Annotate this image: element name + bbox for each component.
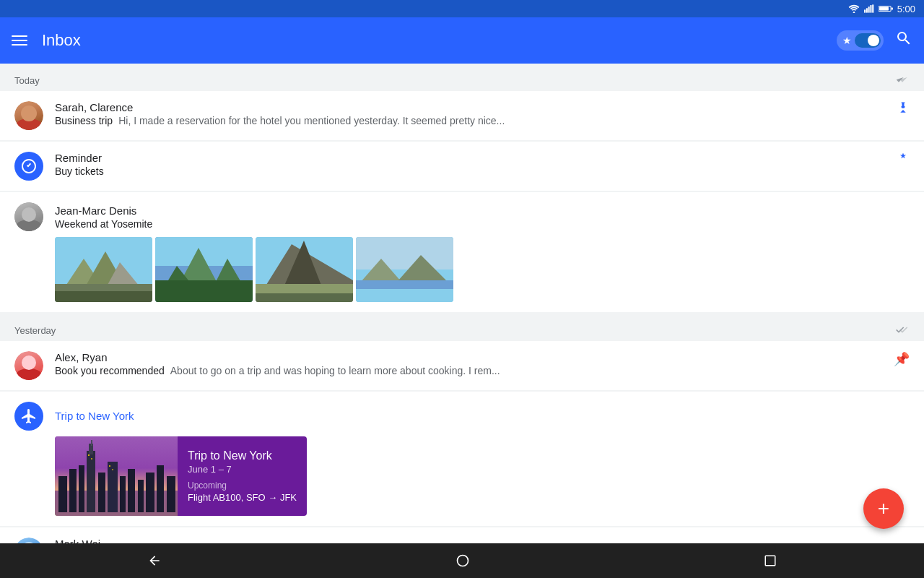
svg-rect-40 (98, 473, 105, 512)
svg-rect-45 (146, 473, 154, 512)
section-divider (0, 314, 924, 319)
svg-point-0 (853, 12, 855, 13)
email-sender-reminder: Reminder (55, 152, 891, 164)
compose-fab[interactable]: + (863, 488, 904, 529)
email-subject-sarah: Business trip (55, 115, 113, 126)
svg-rect-31 (356, 289, 453, 302)
email-subject-jean: Weekend at Yosemite (55, 218, 152, 230)
section-yesterday-label: Yesterday (14, 325, 56, 336)
back-button[interactable] (147, 553, 162, 568)
svg-rect-7 (879, 7, 889, 11)
avatar-alex (14, 351, 43, 380)
pin-icon-sarah (897, 101, 910, 118)
trip-card-info: Trip to New York June 1 – 7 Upcoming Fli… (178, 436, 307, 516)
app-bar: Inbox ★ (0, 17, 924, 64)
avatar-trip (14, 402, 43, 431)
email-item-jean[interactable]: Jean-Marc Denis Weekend at Yosemite (0, 192, 924, 313)
trip-card-title: Trip to New York (188, 449, 297, 462)
email-item-reminder[interactable]: Reminder Buy tickets (0, 142, 924, 191)
status-bar: 5:00 (0, 0, 924, 17)
email-images-jean (55, 237, 453, 302)
bundle-toggle[interactable]: ★ (837, 30, 884, 51)
home-button[interactable] (456, 553, 470, 568)
email-sender-mark: Mark Wei (55, 538, 910, 543)
svg-rect-49 (91, 458, 92, 460)
yosemite-image-2 (155, 237, 253, 302)
hamburger-menu-icon[interactable] (12, 35, 27, 46)
yosemite-image-3 (256, 237, 353, 302)
select-all-today[interactable] (895, 76, 910, 86)
trip-card-image (55, 436, 178, 516)
svg-rect-48 (88, 454, 90, 456)
svg-rect-25 (256, 293, 353, 302)
svg-rect-14 (55, 291, 152, 302)
svg-rect-34 (58, 476, 67, 512)
svg-point-52 (457, 556, 468, 566)
svg-rect-2 (866, 8, 867, 12)
svg-rect-30 (356, 280, 453, 289)
email-sender-sarah: Sarah, Clarence (55, 101, 891, 113)
email-subject-alex: Book you recommended (55, 365, 165, 376)
svg-rect-4 (870, 5, 871, 13)
toggle-thumb (868, 35, 879, 46)
svg-rect-53 (766, 556, 776, 566)
svg-rect-42 (120, 476, 126, 512)
app-title: Inbox (42, 31, 822, 50)
search-icon[interactable] (895, 30, 912, 51)
recent-apps-button[interactable] (764, 554, 777, 567)
svg-rect-35 (69, 469, 77, 512)
svg-rect-43 (128, 469, 135, 512)
email-subject-row-sarah: Business trip Hi, I made a reservation f… (55, 115, 891, 126)
trip-card-upcoming: Upcoming (188, 480, 297, 491)
svg-rect-36 (79, 465, 84, 512)
email-sender-jean: Jean-Marc Denis (55, 204, 910, 217)
svg-rect-27 (356, 237, 453, 269)
email-item-sarah[interactable]: Sarah, Clarence Business trip Hi, I made… (0, 91, 924, 141)
battery-icon (879, 4, 893, 13)
trip-card: Trip to New York June 1 – 7 Upcoming Fli… (55, 436, 307, 516)
svg-rect-44 (138, 480, 144, 512)
pin-icon-reminder (897, 152, 910, 168)
email-item-trip[interactable]: Trip to New York (0, 392, 924, 527)
svg-rect-47 (167, 476, 175, 512)
status-time: 5:00 (897, 4, 915, 14)
bottom-nav (0, 543, 924, 578)
svg-rect-1 (864, 9, 866, 12)
email-preview-alex: About to go on a trip and was hoping to … (170, 365, 500, 376)
email-subject-reminder: Buy tickets (55, 165, 104, 177)
main-content: Today Sarah, Clarence Business trip Hi, … (0, 64, 924, 543)
email-sender-alex: Alex, Ryan (55, 351, 888, 363)
email-subject-row-reminder: Buy tickets (55, 165, 891, 177)
yosemite-image-4 (356, 237, 453, 302)
email-item-alex[interactable]: Alex, Ryan Book you recommended About to… (0, 341, 924, 391)
avatar-reminder (14, 152, 43, 181)
yosemite-image-1 (55, 237, 152, 302)
section-today-label: Today (14, 75, 40, 86)
toggle-switch[interactable] (855, 33, 881, 48)
trip-card-dates: June 1 – 7 (188, 464, 297, 475)
email-item-mark[interactable]: Mark Wei BBQ this weekend? Scott is visi… (0, 527, 924, 543)
svg-rect-39 (91, 440, 92, 446)
email-preview-sarah: Hi, I made a reservation for the hotel y… (118, 115, 505, 126)
svg-rect-5 (872, 4, 873, 12)
avatar-mark (14, 538, 43, 543)
trip-card-flight: Flight AB100, SFO → JFK (188, 492, 297, 503)
svg-rect-8 (892, 8, 893, 10)
email-subject-row-alex: Book you recommended About to go on a tr… (55, 365, 888, 376)
svg-rect-46 (157, 465, 164, 512)
email-content-trip: Trip to New York (55, 410, 910, 423)
star-icon: ★ (842, 35, 852, 46)
avatar-jean (14, 202, 43, 231)
avatar-sarah (14, 101, 43, 130)
email-sender-trip: Trip to New York (55, 410, 910, 422)
svg-rect-51 (112, 469, 113, 470)
wifi-icon (848, 4, 860, 13)
svg-rect-20 (155, 280, 253, 302)
email-content-jean: Jean-Marc Denis Weekend at Yosemite (55, 204, 910, 230)
pin-icon-alex: 📌 (894, 351, 910, 367)
email-subject-row-jean: Weekend at Yosemite (55, 218, 910, 230)
compose-icon: + (878, 497, 889, 520)
section-yesterday: Yesterday (0, 319, 924, 340)
email-content-reminder: Reminder Buy tickets (55, 152, 891, 177)
select-all-yesterday[interactable] (895, 326, 910, 336)
